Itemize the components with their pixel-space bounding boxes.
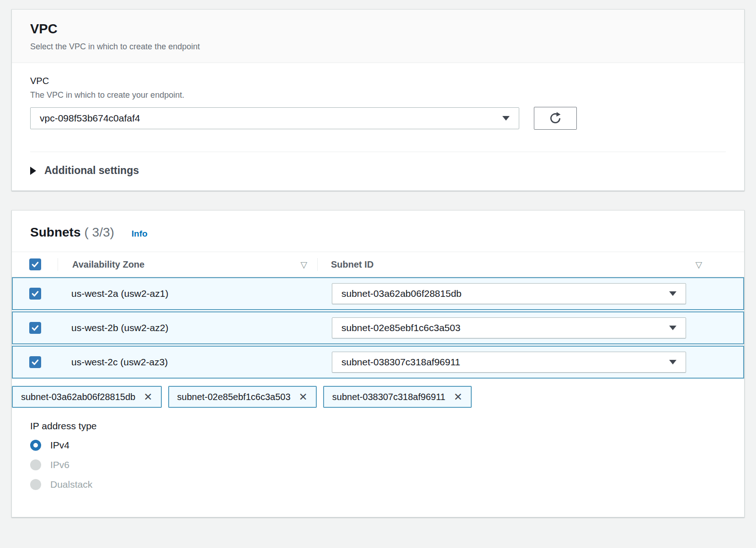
vpc-card-title: VPC — [30, 21, 726, 37]
radio-option-ipv4[interactable]: IPv4 — [30, 440, 726, 451]
vpc-field-label: VPC — [30, 76, 726, 86]
additional-settings-toggle[interactable]: Additional settings — [30, 152, 726, 190]
subnet-id-value: subnet-03a62ab06f28815db — [341, 288, 462, 299]
availability-zone-label: us-west-2b (usw2-az2) — [71, 322, 168, 333]
additional-settings-label: Additional settings — [44, 164, 139, 177]
refresh-button[interactable] — [534, 107, 577, 130]
radio-selected-icon — [30, 440, 41, 451]
vpc-card-subtitle: Select the VPC in which to create the en… — [30, 42, 726, 52]
subnet-token: subnet-038307c318af96911 ✕ — [323, 386, 472, 408]
subnet-token-label: subnet-03a62ab06f28815db — [21, 392, 135, 402]
subnet-id-value: subnet-038307c318af96911 — [341, 357, 460, 368]
availability-zone-label: us-west-2c (usw2-az3) — [71, 357, 168, 368]
vpc-field-description: The VPC in which to create your endpoint… — [30, 90, 726, 100]
vpc-card-body: VPC The VPC in which to create your endp… — [12, 63, 744, 190]
subnets-title-row: Subnets( 3/3) Info — [12, 211, 744, 252]
row-checkbox[interactable] — [29, 322, 41, 334]
subnets-title: Subnets — [30, 225, 80, 239]
subnet-token-label: subnet-02e85ebf1c6c3a503 — [177, 392, 291, 402]
radio-label: Dualstack — [50, 479, 92, 490]
subnets-count: ( 3/3) — [84, 225, 114, 239]
close-icon[interactable]: ✕ — [144, 392, 152, 402]
availability-zone-label: us-west-2a (usw2-az1) — [71, 288, 168, 299]
subnet-token: subnet-02e85ebf1c6c3a503 ✕ — [168, 386, 317, 408]
check-icon — [31, 289, 40, 298]
check-icon — [31, 323, 40, 332]
radio-label: IPv4 — [50, 440, 69, 451]
radio-disabled-icon — [30, 459, 41, 470]
subnets-card: Subnets( 3/3) Info Availability Zone ▽ S… — [11, 210, 745, 517]
check-icon — [31, 260, 40, 269]
table-header-row: Availability Zone ▽ Subnet ID ▽ — [12, 252, 744, 277]
subnet-token: subnet-03a62ab06f28815db ✕ — [12, 386, 162, 408]
table-row: us-west-2c (usw2-az3) subnet-038307c318a… — [12, 346, 744, 379]
subnet-id-select[interactable]: subnet-03a62ab06f28815db — [332, 283, 686, 304]
radio-label: IPv6 — [50, 459, 69, 470]
column-header-subnet-id: Subnet ID — [331, 259, 373, 270]
info-link[interactable]: Info — [132, 229, 148, 239]
radio-disabled-icon — [30, 479, 41, 490]
subnet-token-group: subnet-03a62ab06f28815db ✕ subnet-02e85e… — [12, 386, 744, 408]
vpc-select-row: vpc-098f53b674c0afaf4 — [30, 107, 726, 130]
row-checkbox[interactable] — [29, 356, 41, 368]
vpc-card-header: VPC Select the VPC in which to create th… — [12, 10, 744, 63]
subnet-token-label: subnet-038307c318af96911 — [332, 392, 446, 402]
caret-down-icon — [502, 116, 510, 121]
select-all-checkbox[interactable] — [29, 258, 41, 270]
sort-icon[interactable]: ▽ — [695, 259, 702, 270]
table-row: us-west-2b (usw2-az2) subnet-02e85ebf1c6… — [12, 311, 744, 344]
page: VPC Select the VPC in which to create th… — [0, 0, 756, 517]
vpc-card: VPC Select the VPC in which to create th… — [11, 9, 745, 191]
close-icon[interactable]: ✕ — [453, 392, 462, 402]
sort-icon[interactable]: ▽ — [300, 259, 307, 270]
close-icon[interactable]: ✕ — [299, 392, 308, 402]
expand-triangle-icon — [30, 167, 36, 175]
refresh-icon — [548, 111, 562, 125]
radio-option-ipv6: IPv6 — [30, 459, 726, 470]
vpc-select-value: vpc-098f53b674c0afaf4 — [40, 113, 140, 124]
vpc-select[interactable]: vpc-098f53b674c0afaf4 — [30, 107, 519, 129]
row-checkbox[interactable] — [29, 288, 41, 300]
caret-down-icon — [669, 360, 676, 364]
column-header-availability-zone: Availability Zone — [72, 259, 144, 270]
caret-down-icon — [669, 326, 676, 330]
subnet-id-value: subnet-02e85ebf1c6c3a503 — [341, 322, 460, 333]
radio-option-dualstack: Dualstack — [30, 479, 726, 490]
ip-address-type-section: IP address type IPv4 IPv6 Dualstack — [12, 408, 744, 517]
subnet-id-select[interactable]: subnet-02e85ebf1c6c3a503 — [332, 317, 686, 338]
subnet-id-select[interactable]: subnet-038307c318af96911 — [332, 352, 686, 373]
check-icon — [31, 358, 40, 367]
ip-address-type-label: IP address type — [30, 421, 726, 432]
table-row: us-west-2a (usw2-az1) subnet-03a62ab06f2… — [12, 277, 744, 310]
caret-down-icon — [669, 291, 676, 296]
